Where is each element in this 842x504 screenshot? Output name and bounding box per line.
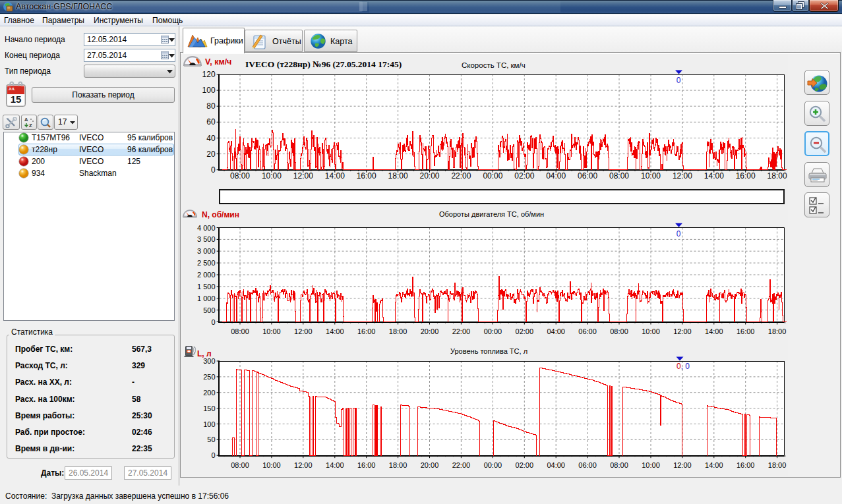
svg-text:16:00: 16:00: [736, 171, 756, 181]
svg-text:60: 60: [206, 117, 216, 126]
svg-text:04:00: 04:00: [547, 327, 565, 335]
svg-text:18:00: 18:00: [768, 327, 787, 335]
svg-text:20:00: 20:00: [421, 461, 439, 469]
svg-text:12:00: 12:00: [673, 327, 692, 335]
svg-text:14:00: 14:00: [705, 327, 723, 335]
svg-text:12:00: 12:00: [673, 461, 692, 469]
svg-text:0: 0: [211, 451, 215, 459]
svg-text:10:00: 10:00: [641, 171, 661, 181]
svg-text:3 500: 3 500: [197, 235, 216, 243]
svg-text:20:00: 20:00: [419, 171, 439, 181]
svg-text:16:00: 16:00: [357, 327, 376, 335]
svg-text:120: 120: [202, 70, 216, 79]
svg-text:0: 0: [677, 76, 681, 85]
svg-text:14:00: 14:00: [705, 461, 723, 469]
svg-text:22:00: 22:00: [452, 327, 471, 335]
svg-text:3 000: 3 000: [197, 247, 216, 255]
svg-text:06:00: 06:00: [578, 171, 597, 181]
svg-text:18:00: 18:00: [767, 171, 787, 181]
svg-text:14:00: 14:00: [326, 461, 344, 469]
svg-text:22:00: 22:00: [451, 171, 471, 181]
svg-text:02:00: 02:00: [516, 327, 534, 335]
svg-text:14:00: 14:00: [326, 327, 344, 335]
svg-text:20:00: 20:00: [421, 327, 439, 335]
svg-text:0: 0: [677, 229, 681, 238]
svg-text:00:00: 00:00: [483, 171, 502, 181]
svg-text:500: 500: [203, 306, 215, 314]
svg-text:10:00: 10:00: [262, 461, 281, 469]
svg-text:80: 80: [206, 101, 216, 111]
svg-text:0, 0: 0, 0: [677, 362, 690, 371]
svg-text:18:00: 18:00: [768, 461, 787, 469]
svg-text:12:00: 12:00: [294, 461, 313, 469]
svg-text:08:00: 08:00: [230, 171, 250, 181]
svg-text:16:00: 16:00: [357, 171, 376, 181]
svg-text:1 500: 1 500: [197, 283, 216, 291]
svg-text:250: 250: [203, 373, 215, 381]
svg-text:04:00: 04:00: [547, 461, 565, 469]
svg-text:12:00: 12:00: [673, 171, 692, 181]
svg-text:08:00: 08:00: [609, 171, 629, 181]
svg-text:1 000: 1 000: [197, 294, 216, 302]
svg-text:00:00: 00:00: [484, 461, 502, 469]
svg-text:150: 150: [203, 405, 215, 412]
svg-text:18:00: 18:00: [389, 461, 407, 469]
svg-text:0: 0: [211, 318, 215, 326]
svg-text:16:00: 16:00: [737, 327, 755, 335]
svg-text:06:00: 06:00: [578, 327, 597, 335]
svg-text:10:00: 10:00: [262, 327, 281, 335]
svg-text:16:00: 16:00: [737, 461, 755, 469]
svg-text:14:00: 14:00: [325, 171, 345, 181]
svg-text:04:00: 04:00: [546, 171, 566, 181]
svg-text:08:00: 08:00: [231, 327, 249, 335]
svg-text:20: 20: [206, 150, 216, 159]
svg-text:08:00: 08:00: [610, 461, 628, 469]
svg-text:12:00: 12:00: [294, 327, 313, 335]
svg-text:22:00: 22:00: [452, 461, 471, 469]
svg-text:2 500: 2 500: [197, 259, 216, 267]
svg-text:40: 40: [206, 134, 216, 143]
svg-text:08:00: 08:00: [610, 327, 628, 335]
svg-text:50: 50: [207, 435, 215, 443]
svg-text:02:00: 02:00: [514, 171, 534, 181]
svg-text:0: 0: [211, 165, 216, 175]
svg-text:10:00: 10:00: [642, 327, 660, 335]
svg-text:100: 100: [202, 86, 216, 95]
svg-text:14:00: 14:00: [704, 171, 724, 181]
svg-text:2 000: 2 000: [197, 271, 216, 279]
svg-text:10:00: 10:00: [262, 171, 282, 181]
svg-text:4 000: 4 000: [197, 224, 216, 232]
svg-text:100: 100: [203, 420, 215, 428]
svg-text:18:00: 18:00: [388, 171, 408, 181]
svg-text:10:00: 10:00: [642, 461, 660, 469]
svg-text:12:00: 12:00: [293, 171, 313, 181]
svg-text:200: 200: [203, 389, 215, 397]
svg-text:02:00: 02:00: [516, 461, 534, 469]
svg-text:00:00: 00:00: [484, 327, 502, 335]
svg-text:06:00: 06:00: [578, 461, 597, 469]
svg-text:16:00: 16:00: [357, 461, 376, 469]
svg-text:18:00: 18:00: [389, 327, 407, 335]
svg-text:08:00: 08:00: [231, 461, 249, 469]
